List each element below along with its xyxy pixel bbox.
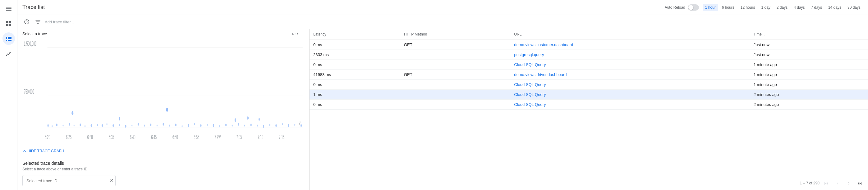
table-row[interactable]: 0 msGETdemo.views.customer.dashboardJust… [310,40,868,50]
time-btn-7days[interactable]: 7 days [809,4,825,11]
svg-rect-4 [9,21,11,23]
trace-id-input-wrapper: ✕ [22,175,116,186]
time-btn-30days[interactable]: 30 days [845,4,863,11]
table-row[interactable]: 0 msCloud SQL Query1 minute ago [310,60,868,70]
hide-graph-toggle[interactable]: HIDE TRACE GRAPH [22,147,304,155]
sidebar [0,0,18,190]
svg-point-64 [71,111,73,115]
chart-icon[interactable] [2,47,15,60]
svg-point-38 [144,125,145,127]
cell-url[interactable]: Cloud SQL Query [510,100,750,110]
trace-details-subtitle: Select a trace above or enter a trace ID… [22,167,304,171]
svg-point-46 [194,123,195,125]
time-controls: Auto Reload 1 hour 6 hours 12 hours 1 da… [665,4,863,11]
svg-rect-7 [6,37,7,38]
pagination-text: 1 – 7 of 290 [800,181,819,185]
svg-point-53 [238,123,239,126]
table-row[interactable]: 41983 msGETdemo.views.driver.dashboard1 … [310,70,868,80]
pagination-next-btn[interactable]: › [844,179,853,188]
cell-url[interactable]: demo.views.customer.dashboard [510,40,750,50]
clear-input-button[interactable]: ✕ [110,178,114,183]
svg-point-48 [207,124,208,126]
cell-method: GET [400,70,510,80]
cell-latency: 0 ms [310,40,400,50]
main-area: Trace list Auto Reload 1 hour 6 hours 12… [18,0,868,190]
list-icon[interactable] [2,32,15,45]
svg-point-51 [225,124,226,127]
cell-latency: 0 ms [310,80,400,90]
cell-url[interactable]: demo.views.driver.dashboard [510,70,750,80]
cell-method [400,80,510,90]
svg-text:6:20: 6:20 [45,134,50,140]
cell-method [400,50,510,60]
svg-point-50 [219,125,220,127]
svg-point-60 [282,123,283,125]
svg-text:6:50: 6:50 [173,134,178,140]
svg-text:7:15: 7:15 [279,134,285,140]
pagination-prev-btn[interactable]: ‹ [833,179,842,188]
table-row[interactable]: 2333 mspostgresql.queryJust now [310,50,868,60]
table-header-row: Latency HTTP Method URL Time ↓ [310,29,868,40]
menu-icon[interactable] [2,2,15,15]
left-panel: Select a trace RESET 1,500,000 750,000 [18,29,310,190]
cell-url[interactable]: Cloud SQL Query [510,90,750,100]
time-btn-2days[interactable]: 2 days [774,4,790,11]
cell-latency: 2333 ms [310,50,400,60]
cell-time: 1 minute ago [750,80,868,90]
pagination-first-btn[interactable]: ⏮ [822,179,831,188]
svg-text:6:30: 6:30 [87,134,93,140]
svg-rect-2 [6,10,11,10]
pagination-last-btn[interactable]: ⏭ [856,179,864,188]
time-btn-1hour[interactable]: 1 hour [703,4,718,11]
table-row[interactable]: 1 msCloud SQL Query2 minutes ago [310,90,868,100]
table-row[interactable]: 0 msCloud SQL Query1 minute ago [310,80,868,90]
cell-time: 1 minute ago [750,60,868,70]
svg-point-47 [200,124,202,127]
cell-latency: 0 ms [310,100,400,110]
time-btn-4days[interactable]: 4 days [791,4,807,11]
filter-icon-btn[interactable] [34,18,42,26]
cell-method [400,90,510,100]
trace-details: Selected trace details Select a trace ab… [18,157,309,190]
help-icon-btn[interactable]: ? [22,18,31,26]
time-btn-1day[interactable]: 1 day [759,4,773,11]
chart-container: 1,500,000 750,000 [22,37,304,147]
pagination: 1 – 7 of 290 ⏮ ‹ › ⏭ [310,176,868,190]
svg-text:?: ? [26,20,28,24]
cell-latency: 0 ms [310,60,400,70]
svg-point-68 [247,116,249,119]
cell-url[interactable]: Cloud SQL Query [510,60,750,70]
svg-rect-5 [6,24,8,26]
cell-url[interactable]: Cloud SQL Query [510,80,750,90]
col-header-time[interactable]: Time ↓ [750,29,868,40]
trace-id-input[interactable] [22,175,116,186]
svg-text:6:40: 6:40 [130,134,135,140]
svg-point-49 [213,124,214,127]
svg-point-25 [69,123,70,126]
auto-reload-toggle[interactable] [688,4,699,10]
trace-chart: 1,500,000 750,000 [22,37,304,147]
svg-text:6:25: 6:25 [66,134,71,140]
cell-url[interactable]: postgresql.query [510,50,750,60]
svg-point-65 [119,117,120,120]
svg-point-31 [102,124,103,127]
time-btn-12hours[interactable]: 12 hours [738,4,758,11]
svg-point-44 [182,125,182,127]
traces-table: Latency HTTP Method URL Time ↓ 0 msGETde… [310,29,868,110]
svg-point-39 [150,124,151,127]
svg-rect-6 [9,24,11,26]
reset-button[interactable]: RESET [292,32,304,36]
svg-point-43 [175,124,177,127]
time-btn-14days[interactable]: 14 days [826,4,844,11]
hide-graph-label: HIDE TRACE GRAPH [27,149,64,153]
svg-point-32 [106,123,107,125]
table-row[interactable]: 0 msCloud SQL Query2 minutes ago [310,100,868,110]
cell-method [400,60,510,70]
svg-point-54 [244,125,245,127]
filter-input[interactable]: Add trace filter... [45,20,863,24]
svg-rect-1 [6,8,11,9]
dashboard-icon[interactable] [2,18,15,30]
cell-time: 2 minutes ago [750,100,868,110]
time-btn-6hours[interactable]: 6 hours [719,4,737,11]
svg-text:6:45: 6:45 [151,134,157,140]
